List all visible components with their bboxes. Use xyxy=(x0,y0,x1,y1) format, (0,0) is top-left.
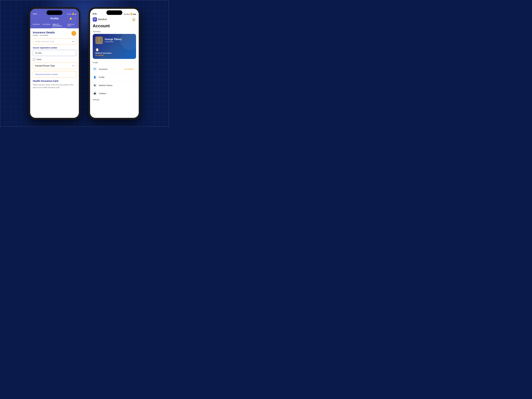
insurance-status: Incomplete xyxy=(95,54,133,56)
menu-list: 🪪 Insurance Incomplete › 👤 Profile › xyxy=(93,65,136,97)
menu-item-medical-history[interactable]: ➕ Medical History › xyxy=(93,81,136,89)
left-screen: 10:14 ▲▲▲ 📶 ▬ Profile 🔔 ⋮ xyxy=(30,9,79,118)
dropdown-arrow-2-icon: ▼ xyxy=(72,65,74,67)
brand-name: DeinArzt xyxy=(98,18,107,21)
card-user-row: George Tilbury 03/09/1990 xyxy=(95,37,133,44)
avatar xyxy=(95,37,103,44)
section-title: Insurance Details xyxy=(33,31,76,34)
svg-rect-4 xyxy=(99,39,100,40)
personal-insurance-field[interactable]: Personal insurance number xyxy=(33,71,76,77)
insurance-type: Medical Insurance xyxy=(95,52,133,54)
menu-item-children[interactable]: 👨‍👩‍👧 Children › xyxy=(93,89,136,97)
left-status-icons: ▲▲▲ 📶 ▬ xyxy=(67,13,76,15)
battery-icon: ▬ xyxy=(75,13,76,15)
other-checkbox[interactable] xyxy=(33,58,35,61)
insurer-reg-input[interactable]: No data xyxy=(33,50,76,56)
insurance-label: Insurance xyxy=(99,68,122,70)
children-icon: 👨‍👩‍👧 xyxy=(93,91,97,95)
menu-item-insurance[interactable]: 🪪 Insurance Incomplete › xyxy=(93,65,136,73)
svg-rect-3 xyxy=(98,39,99,40)
left-header-title: Profile xyxy=(51,17,59,20)
brand-logo-icon xyxy=(93,17,97,22)
children-label: Children xyxy=(99,92,133,95)
card-user-dob: 03/09/1990 xyxy=(105,41,122,43)
tab-health-insurance[interactable]: HEALTH INSURANCE xyxy=(51,22,66,28)
phone-right-screen: 9:41 ▲▲▲▲ 📶 ▬▬ xyxy=(90,9,139,118)
profile-section-label: Profile xyxy=(93,62,136,64)
right-time: 9:41 xyxy=(93,13,97,15)
health-insurance-placeholder: Health Insurance Fund xyxy=(35,40,54,43)
notif-icon[interactable]: 🔔 xyxy=(131,17,136,22)
right-content: Account Summary xyxy=(90,23,139,101)
profile-card: George Tilbury 03/09/1990 📋 Medical Insu… xyxy=(93,34,136,59)
right-navbar: DeinArzt 🔔 xyxy=(90,16,139,23)
personal-insurance-placeholder: Personal insurance number xyxy=(35,73,58,76)
menu-item-profile[interactable]: 👤 Profile › xyxy=(93,73,136,81)
bell-right-icon: 🔔 xyxy=(133,18,135,20)
chevron-right-2-icon: › xyxy=(135,76,136,78)
card-section-title: Health Insurance Card xyxy=(33,80,76,82)
health-insurance-fund-dropdown[interactable]: Health Insurance Fund ▼ xyxy=(33,38,76,44)
right-wifi-icon: 📶 xyxy=(130,13,132,15)
right-screen: 9:41 ▲▲▲▲ 📶 ▬▬ xyxy=(90,9,139,118)
more-icon[interactable]: ⋮ xyxy=(74,17,76,20)
dynamic-island-left xyxy=(47,10,63,15)
tab-general[interactable]: GENERAL xyxy=(32,22,41,28)
right-signal-icon: ▲▲▲▲ xyxy=(123,13,130,15)
account-title: Account xyxy=(93,23,136,28)
chevron-right-icon: › xyxy=(135,68,136,70)
wifi-icon: 📶 xyxy=(72,13,74,15)
profile-label: Profile xyxy=(99,76,133,78)
settings-label: Settings xyxy=(93,97,136,101)
card-bottom: 📋 xyxy=(95,48,133,52)
medical-history-icon: ➕ xyxy=(93,83,97,87)
summary-label: Summary xyxy=(93,31,136,32)
left-header: Profile 🔔 ⋮ xyxy=(30,16,79,22)
tab-bar: GENERAL CHILDREN HEALTH INSURANCE MEDICA… xyxy=(30,22,79,28)
insured-person-type-dropdown[interactable]: Insured Person Type ▼ xyxy=(33,63,76,69)
phone-left: 10:14 ▲▲▲ 📶 ▬ Profile 🔔 ⋮ xyxy=(29,7,81,120)
chevron-right-3-icon: › xyxy=(135,84,136,86)
brand: DeinArzt xyxy=(93,17,107,22)
signal-icon: ▲▲▲ xyxy=(67,13,72,15)
chevron-right-4-icon: › xyxy=(135,92,136,95)
dynamic-island-right xyxy=(106,10,122,15)
header-icons: 🔔 ⋮ xyxy=(69,17,76,20)
insurance-status-badge: Incomplete xyxy=(124,68,133,70)
warning-button[interactable]: ! xyxy=(71,31,76,36)
left-content: Insurance Details (Status : Unverified) … xyxy=(30,28,79,91)
other-checkbox-row[interactable]: Other xyxy=(33,58,76,61)
medical-history-label: Medical History xyxy=(99,84,133,86)
other-label: Other xyxy=(37,58,42,61)
right-battery-icon: ▬▬ xyxy=(133,13,136,15)
dropdown-arrow-icon: ▼ xyxy=(72,40,74,43)
phone-left-screen: 10:14 ▲▲▲ 📶 ▬ Profile 🔔 ⋮ xyxy=(30,9,79,118)
tab-children[interactable]: CHILDREN xyxy=(41,22,51,28)
insurer-reg-label: Insurer registration number xyxy=(33,47,76,49)
tab-medical-info[interactable]: MEDICAL INFO xyxy=(66,22,77,28)
phone-right: 9:41 ▲▲▲▲ 📶 ▬▬ xyxy=(89,7,140,120)
insurance-icon: 🪪 xyxy=(93,67,97,71)
card-user-name: George Tilbury xyxy=(105,38,122,41)
card-user-info: George Tilbury 03/09/1990 xyxy=(105,38,122,43)
card-insurance-icon: 📋 xyxy=(95,48,99,51)
card-section-desc: Please upload a photo of the front and a… xyxy=(33,83,76,89)
profile-icon: 👤 xyxy=(93,75,97,79)
insured-person-placeholder: Insured Person Type xyxy=(35,65,55,67)
bell-icon[interactable]: 🔔 xyxy=(69,17,72,20)
right-status-icons: ▲▲▲▲ 📶 ▬▬ xyxy=(123,13,136,15)
card-insurance-info: Medical Insurance Incomplete xyxy=(95,52,133,56)
section-subtitle: (Status : Unverified) xyxy=(33,34,76,36)
phones-container: 10:14 ▲▲▲ 📶 ▬ Profile 🔔 ⋮ xyxy=(29,7,140,120)
